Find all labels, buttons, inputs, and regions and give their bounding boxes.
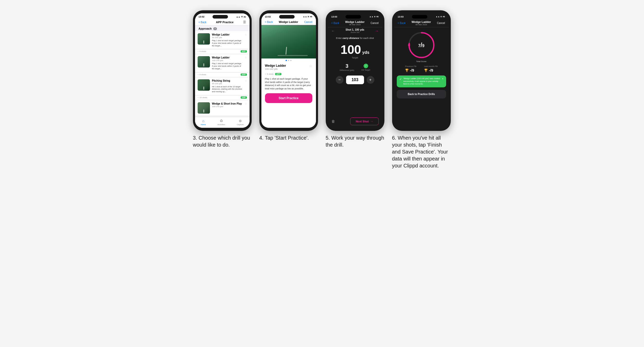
decrement-button[interactable]: −	[336, 76, 343, 84]
phone-1-inner: 13:02 ▲▲ ⚹ 46 < Back APP Practice ☰	[195, 13, 250, 128]
screen2-info-row: Wedge Ladder 100-140 yds ☆	[265, 64, 312, 70]
previous-pb-value: 🏆 -/9	[405, 68, 416, 72]
dynamic-island-2	[279, 15, 295, 19]
star-icon-3[interactable]: ☆	[245, 102, 247, 114]
next-shot-button[interactable]: Next Shot →	[350, 117, 378, 125]
drill-yds-3: 100-140 yds	[212, 105, 243, 108]
drill-yds-0: 50-100 yds	[212, 36, 243, 39]
star-icon-2[interactable]: ☆	[245, 79, 247, 93]
screen2-name-wrap: Wedge Ladder 100-140 yds	[265, 64, 286, 70]
drill-item-3[interactable]: Wedge & Short Iron Play 100-140 yds ☆	[195, 100, 250, 116]
dot-1	[288, 60, 289, 61]
target-label: Target	[328, 56, 382, 59]
drill-name-2: Pitching String	[212, 79, 243, 82]
status-icons-3: ▲▲ ⚹ 46	[369, 15, 378, 18]
screen2-drill-name: Wedge Ladder	[265, 64, 286, 67]
time-3: 13:03	[331, 15, 337, 18]
distance-input[interactable]: 103	[346, 75, 364, 84]
phone-section-1: 13:02 ▲▲ ⚹ 46 < Back APP Practice ☰	[193, 10, 252, 148]
next-shot-arrow-icon: →	[370, 120, 373, 123]
back-btn-4[interactable]: < Back	[398, 22, 406, 24]
nav-sub-4: 06 Mar 2023	[412, 23, 431, 26]
drill-item-2[interactable]: Pitching String 55-100 yds Hit 1 shot at…	[195, 77, 250, 95]
nav-title-4: Wedge Ladder	[412, 20, 431, 23]
status-bar-3: 13:03 ▲▲ ⚹ 46	[328, 13, 382, 19]
toast-close-icon[interactable]: ×	[442, 77, 444, 80]
star-icon-1[interactable]: ☆	[245, 56, 247, 70]
clock-icon-detail: ○	[265, 73, 266, 75]
drill-item-0[interactable]: Wedge Ladder 50-100 yds Play 1 shot at e…	[195, 31, 250, 49]
nav-bar-3: < Back Wedge Ladder 06 Mar 2023 Cancel	[328, 19, 382, 27]
app-badge-0: APP	[241, 50, 247, 53]
time-4: 13:03	[398, 15, 404, 18]
back-btn-2[interactable]: < Back	[265, 21, 273, 23]
trash-icon[interactable]: 🗑	[331, 119, 335, 123]
trophy-icon-2: 🏆	[424, 69, 428, 72]
target-value: 100 yds Target	[328, 41, 382, 61]
screen2-shots-row: ○ 9 shots APP	[261, 72, 316, 76]
shot-label: Shot 1, 100 yds	[346, 28, 364, 31]
shot-info: Shot 1, 100 yds Score 5/9	[346, 28, 364, 33]
phone-section-2: 13:02 ▲▲ ⚹ 46 < Back Wedge Ladder Cancel	[259, 10, 319, 141]
screen1-content: Approach 7 Wedge Ladder 50-100 yds Play …	[195, 26, 250, 117]
start-practice-button[interactable]: Start Practice	[265, 93, 312, 103]
last-month-pb-label: Last month PB	[424, 65, 437, 67]
cancel-btn-4[interactable]: Cancel	[437, 22, 445, 24]
nav-title-wrap-4: Wedge Ladder 06 Mar 2023	[412, 20, 431, 26]
time-2: 13:02	[265, 15, 271, 18]
drill-name-3: Wedge & Short Iron Play	[212, 102, 243, 105]
section-header: Approach 7	[195, 26, 250, 31]
signal-icon-1: ▲▲	[236, 16, 240, 18]
time-1: 13:02	[199, 15, 205, 18]
bottom-tabs-1: ⌂ Home ♻ Activities ⊕ Capture	[195, 117, 250, 128]
phone-section-4: 13:03 ▲▲ ⚹ 46 < Back Wedge Ladder 06 Mar…	[392, 10, 451, 169]
back-to-practice-button[interactable]: Back to Practice Drills	[397, 90, 446, 98]
caption-1: 3. Choose which drill you would like to …	[193, 134, 252, 148]
increment-button[interactable]: +	[367, 76, 374, 84]
phone-3: 13:03 ▲▲ ⚹ 46 < Back Wedge Ladder 06 Mar…	[326, 10, 384, 131]
previous-pb-label: Previous PB	[405, 65, 416, 67]
section-title: Approach	[199, 27, 212, 30]
next-shot-nav-btn[interactable]: →	[375, 29, 379, 33]
dynamic-island-3	[346, 15, 361, 19]
nav-bar-4: < Back Wedge Ladder 06 Mar 2023 Cancel	[394, 19, 449, 27]
nav-bar-1: < Back APP Practice ☰	[195, 19, 250, 26]
star-icon-detail[interactable]: ☆	[309, 64, 312, 68]
tab-capture-label: Capture	[237, 123, 244, 126]
dot-2	[290, 60, 292, 61]
nav-title-3: Wedge Ladder	[345, 20, 365, 23]
tab-capture[interactable]: ⊕ Capture	[237, 119, 244, 126]
tab-home[interactable]: ⌂ Home	[201, 119, 206, 126]
capture-icon: ⊕	[239, 119, 242, 123]
drill-thumb-1	[198, 56, 210, 67]
back-btn-1[interactable]: < Back	[199, 21, 207, 24]
drill-desc-2: Hit 1 shot at each of the 10 target dist…	[212, 86, 243, 93]
shots-label-0: ○ 9 shots	[198, 50, 206, 53]
next-shot-label: Next Shot	[356, 120, 369, 123]
drill-info-3: Wedge & Short Iron Play 100-140 yds	[212, 102, 243, 114]
score-circle-wrap: 7/9 Total Score	[394, 27, 449, 64]
drill-footer-1: ○ 9 shots APP	[195, 73, 250, 77]
hamburger-icon-1[interactable]: ☰	[243, 20, 246, 24]
tab-activities-label: Activities	[217, 123, 225, 126]
status-bar-1: 13:02 ▲▲ ⚹ 46	[195, 13, 250, 19]
drill-footer-2: ○ 10 shots APP	[195, 96, 250, 100]
clock-icon-0: ○	[198, 50, 199, 53]
star-icon-0[interactable]: ☆	[245, 33, 247, 47]
last-month-pb-value: 🏆 -/9	[424, 68, 437, 72]
screen2-content: Wedge Ladder 100-140 yds ☆ ○ 9 shots APP	[261, 25, 316, 128]
carry-label: Enter carry distance for each shot	[328, 35, 382, 41]
back-btn-3[interactable]: < Back	[331, 22, 339, 24]
nav-title-1: APP Practice	[216, 21, 233, 24]
cancel-btn-3[interactable]: Cancel	[370, 22, 378, 24]
caption-2: 4. Tap 'Start Practice'.	[259, 134, 309, 141]
clock-icon-1: ○	[198, 73, 199, 76]
hit-target-item: ✓ Hit Target	[361, 63, 370, 71]
score-circle: 7/9	[407, 31, 436, 59]
tab-activities[interactable]: ♻ Activities	[217, 119, 225, 126]
drill-item-1[interactable]: Wedge Ladder 100-140 yds Play 1 shot at …	[195, 54, 250, 72]
check-icon-toast: ✓	[399, 77, 402, 81]
prev-shot-btn[interactable]: ←	[331, 29, 335, 33]
screen4-bg: 7/9 Total Score Previous PB 🏆 -/9	[394, 27, 449, 128]
cancel-btn-2[interactable]: Cancel	[304, 21, 312, 23]
